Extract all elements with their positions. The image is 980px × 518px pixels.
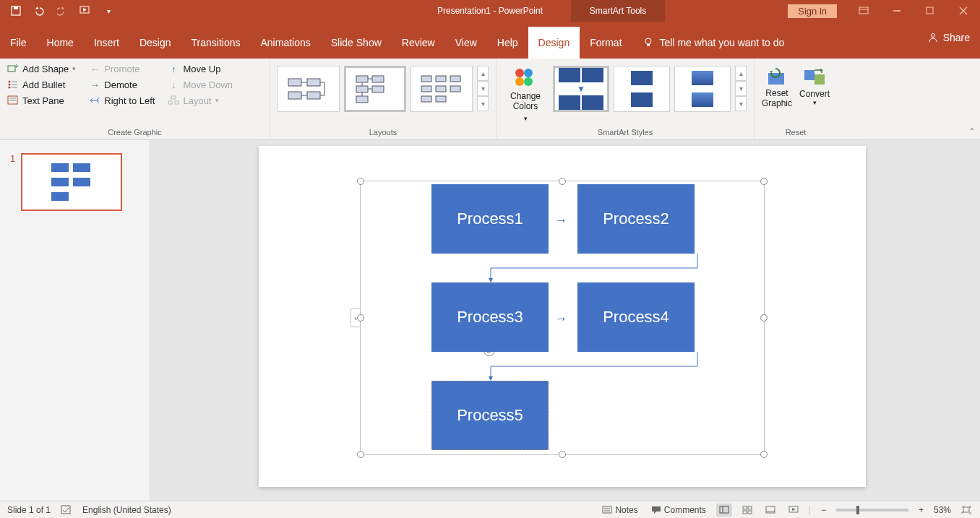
- resize-handle-e[interactable]: [760, 314, 768, 321]
- svg-rect-41: [421, 96, 431, 102]
- convert-button[interactable]: Convert ▾: [799, 66, 830, 109]
- layout-gallery-up-button[interactable]: ▴: [477, 66, 489, 81]
- smartart-node-4[interactable]: Process4: [577, 282, 695, 352]
- layout-option-2[interactable]: [344, 66, 406, 112]
- resize-handle-n[interactable]: [559, 178, 566, 185]
- notes-button[interactable]: Notes: [599, 505, 640, 515]
- svg-point-46: [524, 77, 533, 86]
- tell-me-label: Tell me what you want to do: [660, 37, 785, 48]
- layout-gallery-down-button[interactable]: ▾: [477, 81, 489, 96]
- svg-rect-59: [748, 511, 752, 514]
- style-option-3[interactable]: [674, 66, 731, 112]
- tab-transitions[interactable]: Transitions: [181, 27, 251, 59]
- text-pane-button[interactable]: Text Pane: [7, 95, 76, 106]
- start-from-beginning-button[interactable]: [75, 2, 95, 20]
- tab-insert[interactable]: Insert: [84, 27, 129, 59]
- style-option-1[interactable]: ▼: [553, 66, 609, 112]
- share-label: Share: [943, 32, 970, 43]
- chevron-down-icon: ▾: [72, 65, 76, 72]
- layout-gallery-spinner: ▴ ▾ ▾: [477, 66, 489, 111]
- resize-handle-w[interactable]: [357, 314, 364, 321]
- collapse-ribbon-button[interactable]: ⌃: [968, 126, 976, 137]
- style-gallery-down-button[interactable]: ▾: [735, 81, 747, 96]
- svg-rect-1: [14, 7, 18, 9]
- zoom-out-button[interactable]: −: [818, 505, 829, 515]
- slide-sorter-view-button[interactable]: [739, 504, 755, 517]
- resize-handle-ne[interactable]: [760, 178, 768, 185]
- reading-view-button[interactable]: [762, 504, 778, 517]
- svg-rect-25: [175, 101, 179, 104]
- tab-file[interactable]: File: [0, 27, 37, 59]
- style-gallery-up-button[interactable]: ▴: [735, 66, 747, 81]
- undo-button[interactable]: [29, 2, 49, 20]
- slideshow-view-button[interactable]: [786, 504, 801, 517]
- tab-slideshow[interactable]: Slide Show: [321, 27, 392, 59]
- tab-home[interactable]: Home: [37, 27, 84, 59]
- redo-button[interactable]: [52, 2, 72, 20]
- zoom-slider[interactable]: [836, 509, 908, 511]
- tab-smartart-format[interactable]: Format: [580, 27, 632, 59]
- maximize-button[interactable]: [914, 0, 947, 22]
- qat-customize-button[interactable]: ▾: [98, 2, 119, 20]
- tab-smartart-design[interactable]: Design: [528, 27, 580, 59]
- reset-graphic-button[interactable]: Reset Graphic: [762, 66, 792, 109]
- move-down-button[interactable]: ↓Move Down: [168, 79, 233, 90]
- smartart-node-1[interactable]: Process1: [431, 184, 549, 254]
- add-shape-icon: +: [7, 63, 19, 74]
- zoom-level[interactable]: 53%: [934, 505, 951, 515]
- window-controls: Sign in: [788, 0, 980, 22]
- zoom-in-button[interactable]: +: [916, 505, 927, 515]
- style-gallery-spinner: ▴ ▾ ▾: [735, 66, 747, 111]
- ribbon-tabs: File Home Insert Design Transitions Anim…: [0, 22, 980, 59]
- normal-view-button[interactable]: [716, 504, 732, 517]
- arrow-up-icon: ↑: [168, 63, 179, 74]
- tab-help[interactable]: Help: [487, 27, 528, 59]
- slide-thumbnail-1[interactable]: [21, 153, 122, 211]
- tell-me-search[interactable]: Tell me what you want to do: [632, 27, 795, 59]
- demote-button[interactable]: →Demote: [89, 79, 155, 90]
- smartart-node-3[interactable]: Process3: [431, 282, 549, 352]
- spellcheck-icon[interactable]: [61, 505, 72, 515]
- share-button[interactable]: Share: [927, 32, 970, 43]
- smartart-selection-frame[interactable]: ‹ ⟳ Process1 Process2 Process3 Process4 …: [360, 181, 765, 455]
- resize-handle-nw[interactable]: [357, 178, 364, 185]
- ribbon-display-options-button[interactable]: [847, 0, 880, 22]
- style-gallery-more-button[interactable]: ▾: [735, 96, 747, 111]
- layout-button[interactable]: Layout ▾: [168, 95, 233, 106]
- move-up-button[interactable]: ↑Move Up: [168, 63, 233, 74]
- zoom-slider-thumb[interactable]: [856, 506, 859, 514]
- save-button[interactable]: [6, 2, 26, 20]
- fit-to-window-button[interactable]: [958, 504, 974, 517]
- smartart-node-2[interactable]: Process2: [577, 184, 695, 254]
- tab-animations[interactable]: Animations: [250, 27, 320, 59]
- add-bullet-button[interactable]: Add Bullet: [7, 79, 76, 90]
- tab-design[interactable]: Design: [129, 27, 181, 59]
- arrow-right-icon: →: [89, 79, 100, 90]
- svg-rect-54: [720, 506, 728, 513]
- slide-canvas[interactable]: ‹ ⟳ Process1 Process2 Process3 Process4 …: [259, 146, 866, 487]
- change-colors-button[interactable]: Change Colors▾: [504, 66, 547, 122]
- sign-in-button[interactable]: Sign in: [788, 4, 837, 18]
- layout-gallery-more-button[interactable]: ▾: [477, 96, 489, 111]
- add-shape-button[interactable]: +Add Shape ▾: [7, 63, 76, 74]
- resize-handle-s[interactable]: [559, 451, 566, 458]
- layout-option-3[interactable]: [411, 66, 473, 112]
- style-option-2[interactable]: [614, 66, 670, 112]
- minimize-button[interactable]: [880, 0, 914, 22]
- comments-button[interactable]: Comments: [648, 505, 709, 515]
- promote-button[interactable]: ←Promote: [89, 63, 155, 74]
- slide-editor[interactable]: ‹ ⟳ Process1 Process2 Process3 Process4 …: [150, 140, 980, 501]
- group-label: Layouts: [278, 128, 489, 139]
- svg-rect-28: [288, 92, 301, 99]
- resize-handle-se[interactable]: [760, 451, 768, 458]
- resize-handle-sw[interactable]: [357, 451, 364, 458]
- slide-indicator[interactable]: Slide 1 of 1: [7, 505, 51, 515]
- smartart-node-5[interactable]: Process5: [431, 381, 549, 450]
- svg-rect-35: [421, 76, 431, 82]
- language-indicator[interactable]: English (United States): [82, 505, 171, 515]
- right-to-left-button[interactable]: Right to Left: [89, 95, 155, 106]
- tab-review[interactable]: Review: [392, 27, 445, 59]
- close-button[interactable]: [947, 0, 980, 22]
- layout-option-1[interactable]: [278, 66, 340, 112]
- tab-view[interactable]: View: [445, 27, 487, 59]
